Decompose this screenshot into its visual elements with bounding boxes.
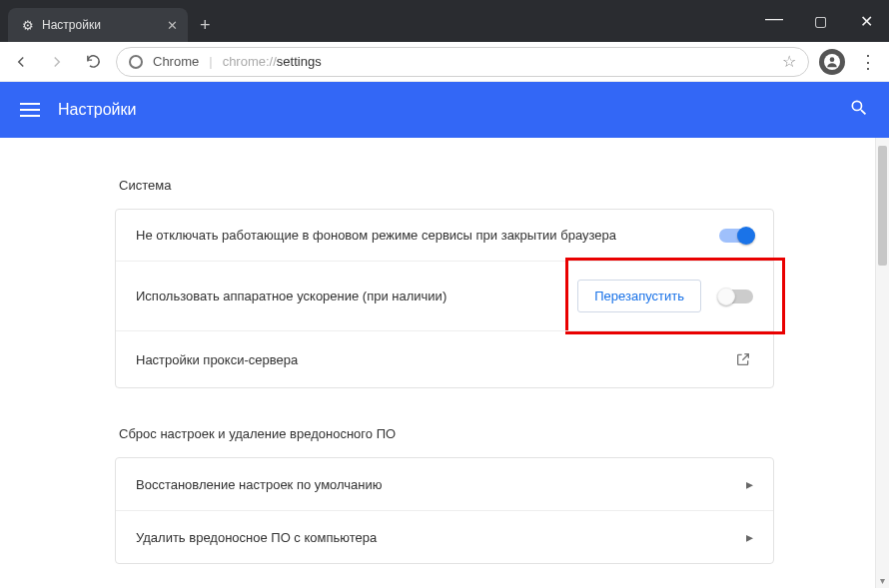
row-background-services[interactable]: Не отключать работающие в фоновом режиме…	[116, 210, 773, 261]
toggle-background-services[interactable]	[719, 229, 753, 243]
row-proxy-label: Настройки прокси-сервера	[136, 352, 733, 367]
gear-icon: ⚙	[22, 18, 34, 33]
browser-tab[interactable]: ⚙ Настройки ✕	[8, 8, 188, 42]
settings-content: Система Не отключать работающие в фоново…	[0, 138, 889, 588]
omnibox[interactable]: Chrome | chrome://settings ☆	[116, 47, 809, 77]
row-cleanup-label: Удалить вредоносное ПО с компьютера	[136, 530, 746, 545]
search-icon	[849, 98, 869, 118]
scrollbar-thumb[interactable]	[878, 146, 887, 266]
section-system: Система Не отключать работающие в фоново…	[115, 168, 774, 388]
url-path: settings	[277, 54, 322, 69]
row-proxy-settings[interactable]: Настройки прокси-сервера	[116, 330, 773, 387]
site-identity-icon	[129, 55, 143, 69]
row-cleanup-malware[interactable]: Удалить вредоносное ПО с компьютера ▸	[116, 510, 773, 563]
new-tab-button[interactable]: +	[200, 15, 211, 36]
row-hardware-accel[interactable]: Использовать аппаратное ускорение (при н…	[116, 261, 773, 330]
window-close-button[interactable]: ✕	[843, 0, 889, 42]
system-card: Не отключать работающие в фоновом режиме…	[115, 209, 774, 388]
row-background-label: Не отключать работающие в фоновом режиме…	[136, 228, 719, 243]
section-system-title: Система	[119, 178, 770, 193]
row-hwaccel-label: Использовать аппаратное ускорение (при н…	[136, 289, 577, 303]
window-maximize-button[interactable]: ▢	[797, 0, 843, 42]
vertical-scrollbar[interactable]: ▾	[875, 138, 889, 588]
section-reset-title: Сброс настроек и удаление вредоносного П…	[119, 426, 770, 441]
external-link-icon	[733, 349, 753, 369]
profile-avatar-button[interactable]	[819, 49, 845, 75]
section-reset: Сброс настроек и удаление вредоносного П…	[115, 416, 774, 564]
reset-card: Восстановление настроек по умолчанию ▸ У…	[115, 457, 774, 564]
nav-forward-button[interactable]	[44, 49, 70, 75]
window-minimize-button[interactable]: —	[751, 0, 797, 42]
menu-icon[interactable]	[20, 103, 40, 117]
row-restore-defaults[interactable]: Восстановление настроек по умолчанию ▸	[116, 458, 773, 510]
tab-title: Настройки	[42, 18, 101, 32]
person-icon	[824, 54, 840, 70]
page-title: Настройки	[58, 101, 136, 119]
omnibox-label: Chrome	[153, 54, 199, 69]
chevron-right-icon: ▸	[746, 476, 753, 492]
bookmark-star-icon[interactable]: ☆	[782, 52, 796, 71]
url-scheme: chrome://	[223, 54, 277, 69]
search-button[interactable]	[849, 98, 869, 122]
restart-button[interactable]: Перезапустить	[577, 280, 701, 312]
nav-reload-button[interactable]	[80, 49, 106, 75]
tab-close-icon[interactable]: ✕	[167, 18, 178, 33]
settings-header: Настройки	[0, 82, 889, 138]
window-controls: — ▢ ✕	[751, 0, 889, 42]
browser-toolbar: Chrome | chrome://settings ☆ ⋮	[0, 42, 889, 82]
browser-menu-button[interactable]: ⋮	[855, 51, 881, 73]
toggle-hardware-accel[interactable]	[719, 290, 753, 303]
nav-back-button[interactable]	[8, 49, 34, 75]
svg-point-0	[830, 57, 835, 62]
scrollbar-down-icon[interactable]: ▾	[876, 575, 889, 586]
chevron-right-icon: ▸	[746, 529, 753, 545]
row-restore-label: Восстановление настроек по умолчанию	[136, 477, 746, 492]
window-titlebar: ⚙ Настройки ✕ + — ▢ ✕	[0, 0, 889, 42]
